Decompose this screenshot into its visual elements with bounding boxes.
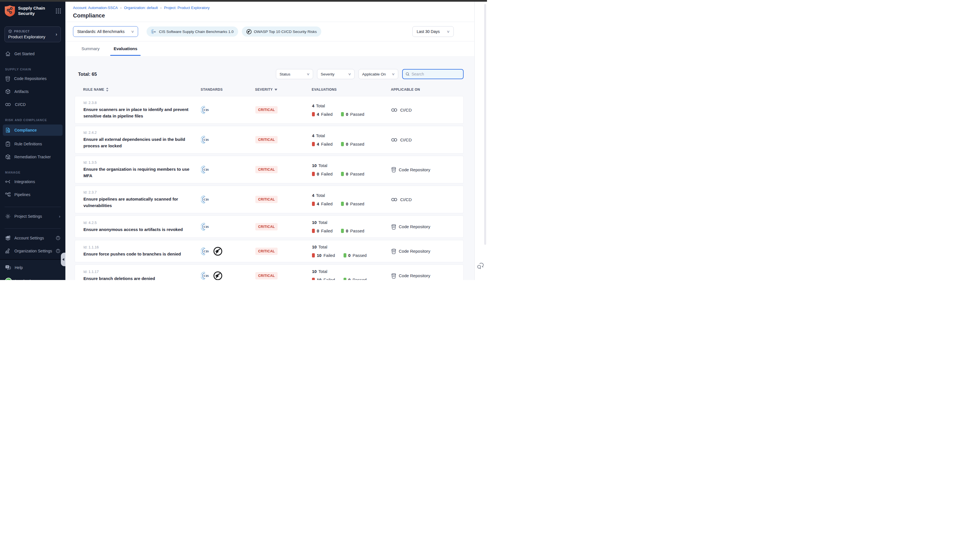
table-row[interactable]: Id: 4.2.5 Ensure anonymous access to art… bbox=[75, 215, 464, 238]
evaluations-total: 10 Total bbox=[312, 220, 388, 225]
sidebar-item-label: CI/CD bbox=[15, 102, 26, 107]
tab-evaluations[interactable]: Evaluations bbox=[112, 42, 139, 56]
col-label: APPLICABLE ON bbox=[391, 88, 420, 92]
status-filter-dropdown[interactable]: Status ∨ bbox=[276, 69, 313, 79]
table-row[interactable]: Id: 1.1.17 Ensure branch deletions are d… bbox=[75, 265, 464, 280]
applicable-cell: CI/CD bbox=[388, 137, 458, 142]
cis-standard-icon: CIS bbox=[201, 105, 210, 115]
sidebar-item-code-repositories[interactable]: Code Repositories bbox=[0, 74, 65, 83]
evaluations-panel: Total: 65 Status ∨ Severity ∨ Applicable… bbox=[65, 56, 474, 280]
failed-pill: 4 Failed bbox=[312, 142, 333, 147]
breadcrumb-organization-link[interactable]: Organization: default bbox=[124, 6, 158, 10]
sidebar-item-label: Compliance bbox=[14, 128, 37, 132]
severity-badge: CRITICAL bbox=[255, 136, 278, 143]
svg-text:CIS: CIS bbox=[203, 225, 208, 228]
evaluations-breakdown: 4 Failed 0 Passed bbox=[312, 142, 388, 147]
col-header-severity[interactable]: SEVERITY bbox=[252, 88, 307, 92]
apps-grid-icon[interactable] bbox=[55, 8, 62, 14]
rule-cell: Id: 2.4.2 Ensure all external dependenci… bbox=[83, 130, 198, 149]
section-supply-chain: SUPPLY CHAIN bbox=[5, 68, 65, 71]
failed-square-icon bbox=[312, 112, 315, 116]
app-window: Supply Chain Security PROJECT Product Ex… bbox=[0, 0, 487, 280]
tab-bar: Summary Evaluations bbox=[65, 42, 474, 56]
eval-total-num: 10 bbox=[312, 269, 317, 274]
table-row[interactable]: Id: 2.4.2 Ensure all external dependenci… bbox=[75, 126, 464, 153]
section-manage: MANAGE bbox=[5, 171, 65, 174]
chip-owasp-top10[interactable]: OWASP Top 10 CI/CD Security Risks bbox=[242, 27, 321, 37]
help-chat-icon: ? bbox=[5, 265, 11, 270]
eval-total-word: Total bbox=[319, 220, 327, 225]
scrollbar[interactable] bbox=[484, 4, 486, 245]
breadcrumb-project-link[interactable]: Project: Product Exploratory bbox=[164, 6, 210, 10]
col-header-rule-name[interactable]: RULE NAME bbox=[83, 88, 197, 92]
tab-summary[interactable]: Summary bbox=[80, 42, 101, 56]
code-repository-icon bbox=[391, 273, 396, 278]
project-selector[interactable]: PROJECT Product Exploratory › bbox=[5, 27, 61, 42]
user-menu[interactable]: L Lavakush bbox=[5, 278, 60, 280]
sidebar-item-rule-definitions[interactable]: Rule Definitions bbox=[0, 139, 65, 149]
severity-cell: CRITICAL bbox=[252, 272, 307, 280]
eval-passed-word: Passed bbox=[350, 172, 364, 176]
evaluations-cell: 10 Total 10 Failed 0 Passed bbox=[307, 245, 388, 258]
sidebar-item-cicd[interactable]: CI/CD bbox=[0, 100, 65, 109]
col-label: EVALUATIONS bbox=[312, 88, 337, 92]
sidebar-item-artifacts[interactable]: Artifacts bbox=[0, 87, 65, 96]
sidebar-item-project-settings[interactable]: Project Settings › bbox=[0, 212, 65, 221]
svg-text:CIS: CIS bbox=[203, 168, 208, 171]
search-input[interactable] bbox=[412, 72, 460, 76]
evaluations-breakdown: 0 Failed 0 Passed bbox=[312, 228, 388, 233]
standards-cell: CIS bbox=[198, 195, 252, 204]
chevron-down-icon: ∨ bbox=[446, 30, 450, 33]
code-repository-icon bbox=[5, 76, 10, 82]
applicable-label: Code Repository bbox=[399, 167, 430, 172]
project-cube-icon bbox=[8, 29, 12, 33]
severity-badge: CRITICAL bbox=[255, 272, 278, 280]
app-logo-shield-icon bbox=[5, 5, 15, 17]
sidebar-item-compliance[interactable]: Compliance bbox=[3, 125, 63, 136]
cis-chip-icon: CIS bbox=[151, 29, 157, 34]
sidebar-item-pipelines[interactable]: Pipelines bbox=[0, 190, 65, 200]
table-row[interactable]: Id: 2.3.8 Ensure scanners are in place t… bbox=[75, 96, 464, 124]
severity-filter-dropdown[interactable]: Severity ∨ bbox=[317, 69, 355, 79]
severity-cell: CRITICAL bbox=[252, 106, 307, 113]
severity-cell: CRITICAL bbox=[252, 223, 307, 230]
breadcrumb-account-link[interactable]: Account: Automation-SSCA bbox=[73, 6, 118, 10]
page-title: Compliance bbox=[73, 12, 474, 19]
passed-pill: 0 Passed bbox=[341, 172, 364, 176]
chevron-down-icon: ∨ bbox=[392, 72, 395, 76]
rule-id: Id: 2.3.7 bbox=[83, 190, 198, 194]
cube-wrench-icon bbox=[5, 154, 11, 160]
sidebar-item-integrations[interactable]: Integrations bbox=[0, 177, 65, 187]
table-row[interactable]: Id: 2.3.7 Ensure pipelines are automatic… bbox=[75, 186, 464, 213]
failed-square-icon bbox=[312, 142, 315, 146]
info-icon[interactable] bbox=[56, 236, 60, 240]
rule-id: Id: 1.3.5 bbox=[83, 160, 198, 165]
table-row[interactable]: Id: 1.3.5 Ensure the organization is req… bbox=[75, 156, 464, 183]
date-range-dropdown[interactable]: Last 30 Days ∨ bbox=[412, 26, 454, 37]
sidebar-item-get-started[interactable]: Get Started bbox=[0, 49, 65, 58]
right-panel-strip bbox=[475, 2, 487, 280]
sidebar-collapse-handle[interactable] bbox=[61, 253, 65, 266]
support-chat-icon[interactable] bbox=[477, 263, 484, 269]
sidebar-item-organization-settings[interactable]: Organization Settings bbox=[0, 246, 65, 256]
table-header-row: RULE NAME STANDARDS SEVERITY EVALUATIONS bbox=[75, 88, 464, 92]
failed-pill: 0 Failed bbox=[312, 172, 333, 176]
applicable-on-filter-dropdown[interactable]: Applicable On ∨ bbox=[359, 69, 398, 79]
table-row[interactable]: Id: 1.1.16 Ensure force pushes code to b… bbox=[75, 240, 464, 262]
info-icon[interactable] bbox=[56, 249, 60, 253]
sidebar-item-account-settings[interactable]: Account Settings bbox=[0, 233, 65, 243]
chevron-right-icon: › bbox=[55, 32, 57, 37]
standards-dropdown[interactable]: Standards: All Benchmarks ∨ bbox=[73, 26, 138, 37]
sidebar-footer: ? Help L Lavakush bbox=[0, 259, 65, 280]
eval-passed-word: Passed bbox=[350, 228, 364, 233]
chip-cis-benchmarks[interactable]: CIS CIS Software Supply Chain Benchmarks… bbox=[147, 27, 238, 37]
passed-square-icon bbox=[341, 229, 344, 233]
project-label: PROJECT bbox=[14, 30, 30, 33]
main-area: Account: Automation-SSCA › Organization:… bbox=[65, 2, 475, 280]
sidebar-item-label: Artifacts bbox=[14, 89, 29, 94]
sidebar-item-remediation-tracker[interactable]: Remediation Tracker bbox=[0, 152, 65, 162]
sidebar-item-help[interactable]: ? Help bbox=[5, 265, 60, 270]
evaluations-cell: 10 Total 10 Failed 0 Passed bbox=[307, 269, 388, 280]
severity-badge: CRITICAL bbox=[255, 248, 278, 255]
eval-failed-word: Failed bbox=[324, 253, 335, 258]
